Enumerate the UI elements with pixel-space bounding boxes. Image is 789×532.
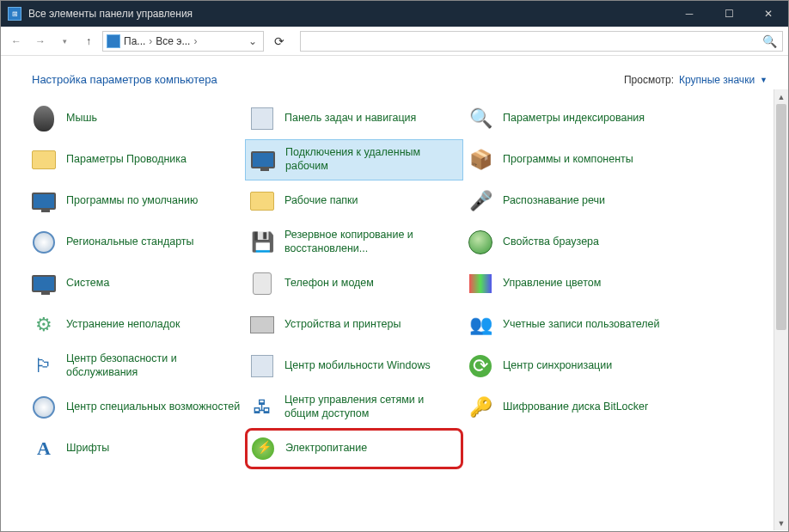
item-internet-options[interactable]: Свойства браузера bbox=[463, 222, 682, 263]
item-phone-modem[interactable]: Телефон и модем bbox=[245, 263, 463, 304]
item-troubleshoot[interactable]: ⚙ Устранение неполадок bbox=[27, 304, 245, 345]
item-label: Региональные стандарты bbox=[66, 235, 194, 249]
remote-desktop-icon bbox=[249, 146, 277, 174]
item-power-options[interactable]: Электропитание bbox=[245, 428, 463, 469]
globe-icon bbox=[467, 229, 494, 256]
printer-icon bbox=[248, 311, 276, 339]
close-button[interactable]: ✕ bbox=[749, 1, 788, 27]
window-controls: ─ ☐ ✕ bbox=[670, 1, 788, 27]
item-sync-center[interactable]: ⟳ Центр синхронизации bbox=[463, 345, 682, 387]
item-label: Программы по умолчанию bbox=[66, 194, 198, 208]
item-color-management[interactable]: Управление цветом bbox=[463, 263, 682, 304]
users-icon: 👥 bbox=[467, 311, 494, 339]
item-backup[interactable]: 💾 Резервное копирование и восстановлени.… bbox=[245, 222, 463, 263]
color-icon bbox=[467, 270, 494, 297]
region-icon bbox=[30, 229, 58, 256]
item-label: Учетные записи пользователей bbox=[503, 318, 660, 332]
back-button[interactable]: ← bbox=[6, 31, 27, 52]
content-body: Мышь Панель задач и навигация 🔍 Параметр… bbox=[1, 89, 788, 530]
network-icon: 🖧 bbox=[248, 394, 276, 421]
scroll-thumb[interactable] bbox=[776, 104, 786, 330]
item-label: Шрифты bbox=[66, 442, 109, 456]
item-ease-of-access[interactable]: Центр специальных возможностей bbox=[27, 387, 245, 428]
backup-icon: 💾 bbox=[248, 229, 276, 256]
up-button[interactable]: ↑ bbox=[78, 31, 99, 52]
item-user-accounts[interactable]: 👥 Учетные записи пользователей bbox=[463, 304, 682, 345]
search-box[interactable]: 🔍 bbox=[300, 31, 783, 52]
folder-options-icon bbox=[30, 146, 58, 174]
default-programs-icon bbox=[30, 187, 58, 215]
chevron-down-icon: ▼ bbox=[760, 76, 768, 84]
breadcrumb-sep-icon: › bbox=[193, 35, 197, 47]
item-label: Центр управления сетями и общим доступом bbox=[284, 394, 460, 420]
item-label: Параметры индексирования bbox=[503, 112, 645, 125]
address-dropdown-icon[interactable]: ⌄ bbox=[246, 35, 260, 47]
gear-icon: ⚙ bbox=[30, 311, 58, 339]
item-label: Шифрование диска BitLocker bbox=[503, 401, 648, 414]
item-label: Центр мобильности Windows bbox=[284, 359, 431, 373]
key-icon: 🔑 bbox=[467, 394, 494, 421]
system-icon bbox=[30, 270, 58, 297]
item-label: Панель задач и навигация bbox=[284, 112, 416, 125]
item-system[interactable]: Система bbox=[27, 263, 245, 304]
item-bitlocker[interactable]: 🔑 Шифрование диска BitLocker bbox=[463, 387, 682, 428]
breadcrumb-sep-icon: › bbox=[149, 35, 152, 47]
item-label: Программы и компоненты bbox=[503, 153, 633, 167]
refresh-button[interactable]: ⟳ bbox=[267, 31, 291, 52]
programs-icon: 📦 bbox=[467, 146, 494, 174]
breadcrumb-2[interactable]: Все э... bbox=[156, 35, 190, 47]
item-fonts[interactable]: A Шрифты bbox=[27, 428, 245, 469]
item-region[interactable]: Региональные стандарты bbox=[27, 222, 245, 263]
item-label: Телефон и модем bbox=[284, 277, 374, 290]
vertical-scrollbar[interactable]: ▲ ▼ bbox=[774, 89, 788, 530]
search-icon: 🔍 bbox=[762, 34, 777, 48]
item-label: Устройства и принтеры bbox=[284, 318, 401, 332]
item-label: Рабочие папки bbox=[284, 194, 358, 208]
item-label: Мышь bbox=[66, 112, 97, 125]
item-mouse[interactable]: Мышь bbox=[27, 98, 245, 139]
microphone-icon: 🎤 bbox=[467, 187, 494, 215]
view-by-value: Крупные значки bbox=[679, 74, 755, 86]
minimize-button[interactable]: ─ bbox=[670, 1, 709, 27]
phone-icon bbox=[248, 270, 276, 297]
item-label: Резервное копирование и восстановлени... bbox=[284, 229, 460, 255]
item-security-center[interactable]: 🏳 Центр безопасности и обслуживания bbox=[27, 345, 245, 387]
breadcrumb-1[interactable]: Па... bbox=[124, 35, 145, 47]
sync-icon: ⟳ bbox=[467, 352, 494, 380]
view-by-selector[interactable]: Просмотр: Крупные значки ▼ bbox=[624, 74, 768, 86]
item-label: Система bbox=[66, 277, 109, 290]
title-bar: ⊞ Все элементы панели управления ─ ☐ ✕ bbox=[1, 1, 788, 27]
taskbar-icon bbox=[248, 105, 276, 132]
maximize-button[interactable]: ☐ bbox=[709, 1, 749, 27]
item-label: Центр специальных возможностей bbox=[66, 401, 240, 414]
work-folders-icon bbox=[248, 187, 276, 215]
item-speech[interactable]: 🎤 Распознавание речи bbox=[463, 180, 682, 222]
item-network-sharing[interactable]: 🖧 Центр управления сетями и общим доступ… bbox=[245, 387, 463, 428]
item-mobility-center[interactable]: Центр мобильности Windows bbox=[245, 345, 463, 387]
address-bar[interactable]: Па... › Все э... › ⌄ bbox=[102, 31, 264, 52]
power-icon bbox=[249, 435, 277, 462]
item-remote-desktop[interactable]: Подключения к удаленным рабочим bbox=[245, 139, 463, 180]
item-taskbar[interactable]: Панель задач и навигация bbox=[245, 98, 463, 139]
item-explorer-options[interactable]: Параметры Проводника bbox=[27, 139, 245, 180]
item-default-programs[interactable]: Программы по умолчанию bbox=[27, 180, 245, 222]
item-programs[interactable]: 📦 Программы и компоненты bbox=[463, 139, 682, 180]
item-indexing[interactable]: 🔍 Параметры индексирования bbox=[463, 98, 682, 139]
view-by-label: Просмотр: bbox=[624, 74, 674, 86]
navigation-bar: ← → ▾ ↑ Па... › Все э... › ⌄ ⟳ 🔍 bbox=[1, 27, 788, 56]
forward-button[interactable]: → bbox=[30, 31, 51, 52]
item-label: Центр синхронизации bbox=[503, 359, 612, 373]
item-devices-printers[interactable]: Устройства и принтеры bbox=[245, 304, 463, 345]
scroll-track[interactable] bbox=[774, 104, 788, 516]
item-label: Центр безопасности и обслуживания bbox=[66, 352, 242, 379]
item-label: Управление цветом bbox=[503, 277, 601, 290]
scroll-up-button[interactable]: ▲ bbox=[774, 89, 788, 104]
address-icon bbox=[107, 34, 120, 48]
page-title: Настройка параметров компьютера bbox=[32, 73, 217, 86]
item-work-folders[interactable]: Рабочие папки bbox=[245, 180, 463, 222]
recent-dropdown[interactable]: ▾ bbox=[54, 31, 75, 52]
scroll-down-button[interactable]: ▼ bbox=[774, 516, 788, 530]
fonts-icon: A bbox=[30, 435, 58, 462]
search-input[interactable] bbox=[306, 35, 762, 47]
window-title: Все элементы панели управления bbox=[28, 8, 670, 20]
